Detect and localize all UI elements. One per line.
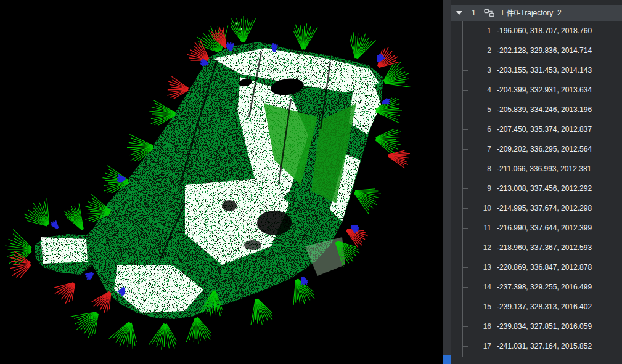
tree-tick [462,129,468,130]
expand-caret-icon[interactable] [456,11,462,15]
panel-splitter[interactable] [443,0,451,364]
tree-tick [462,90,468,91]
point-index: 1 [469,26,491,35]
point-index: 3 [469,66,491,75]
point-coordinates: -216.990, 337.644, 2012.399 [497,224,592,232]
point-coordinates: -211.066, 336.993, 2012.381 [497,164,591,173]
trajectory-point-row[interactable]: 16 -239.834, 327.851, 2016.059 [451,317,622,336]
point-coordinates: -205.839, 334.246, 2013.196 [497,105,592,114]
tree-tick [462,110,468,110]
tree-tick [462,188,468,189]
trajectory-point-row[interactable]: 17 -241.031, 327.164, 2015.852 [451,336,622,356]
point-index: 11 [469,224,491,232]
point-coordinates: -214.995, 337.674, 2012.298 [497,204,592,212]
tree-tick [462,70,468,71]
tree-tick [462,31,468,31]
point-coordinates: -239.137, 328.313, 2016.402 [497,302,592,311]
node-id: 1 [472,9,476,17]
tree-tick [462,149,468,150]
tree-tick [462,208,468,209]
splitter-accent [443,355,451,364]
tree-tick [462,267,468,268]
trajectory-node-header[interactable]: 1 工件0-Trajectory_2 [451,5,622,21]
trajectory-point-row[interactable]: 10 -214.995, 337.674, 2012.298 [451,198,622,218]
trajectory-point-row[interactable]: 12 -218.960, 337.367, 2012.593 [451,238,622,257]
viewport-3d[interactable] [0,0,443,364]
trajectory-point-row[interactable]: 5 -205.839, 334.246, 2013.196 [451,100,622,119]
node-label: 工件0-Trajectory_2 [499,8,562,18]
point-index: 17 [469,342,491,350]
trajectory-point-row[interactable]: 8 -211.066, 336.993, 2012.381 [451,159,622,179]
point-index: 10 [469,204,491,212]
point-coordinates: -213.008, 337.456, 2012.292 [497,184,592,193]
trajectory-point-row[interactable]: 13 -220.869, 336.847, 2012.878 [451,257,622,277]
tree-tick [462,248,468,248]
tree-tick [462,228,468,229]
trajectory-point-row[interactable]: 1 -196.060, 318.707, 2018.760 [451,21,622,41]
trajectory-point-row[interactable]: 7 -209.202, 336.295, 2012.564 [451,139,622,159]
tree-tick [462,326,468,327]
trajectory-point-row[interactable]: 3 -203.155, 331.453, 2014.143 [451,60,622,80]
trajectory-panel: 1 工件0-Trajectory_2 1 -196.060, 318.707, … [451,0,622,364]
trajectory-point-row[interactable]: 4 -204.399, 332.931, 2013.634 [451,80,622,100]
point-index: 16 [469,322,491,331]
point-coordinates: -209.202, 336.295, 2012.564 [497,145,592,153]
trajectory-point-row[interactable]: 6 -207.450, 335.374, 2012.837 [451,119,622,139]
point-cloud-canvas[interactable] [0,0,443,364]
point-index: 14 [469,283,491,291]
point-index: 4 [469,86,491,94]
point-coordinates: -204.399, 332.931, 2013.634 [497,86,592,94]
point-coordinates: -218.960, 337.367, 2012.593 [497,243,592,252]
tree-tick [462,307,468,307]
point-coordinates: -196.060, 318.707, 2018.760 [497,26,592,35]
tree-tick [462,169,468,169]
trajectory-point-row[interactable]: 14 -237.398, 329.255, 2016.499 [451,277,622,297]
point-index: 12 [469,243,491,252]
point-index: 9 [469,184,491,193]
point-coordinates: -239.834, 327.851, 2016.059 [497,322,592,331]
tree-tick [462,346,468,347]
point-index: 5 [469,105,491,114]
point-index: 7 [469,145,491,153]
trajectory-point-list: 1 -196.060, 318.707, 2018.760 2 -202.128… [451,21,622,364]
point-index: 8 [469,164,491,173]
tree-tick [462,51,468,51]
trajectory-point-row[interactable]: 9 -213.008, 337.456, 2012.292 [451,179,622,198]
trajectory-point-row[interactable]: 2 -202.128, 329.836, 2014.714 [451,41,622,60]
point-coordinates: -241.031, 327.164, 2015.852 [497,342,592,350]
point-index: 2 [469,46,491,55]
point-index: 13 [469,263,491,272]
trajectory-point-row[interactable]: 15 -239.137, 328.313, 2016.402 [451,297,622,317]
point-coordinates: -207.450, 335.374, 2012.837 [497,125,592,134]
point-coordinates: -237.398, 329.255, 2016.499 [497,283,592,291]
point-coordinates: -202.128, 329.836, 2014.714 [497,46,592,55]
point-coordinates: -220.869, 336.847, 2012.878 [497,263,592,272]
point-coordinates: -203.155, 331.453, 2014.143 [497,66,592,75]
point-index: 15 [469,302,491,311]
tree-tick [462,287,468,288]
point-index: 6 [469,125,491,134]
trajectory-point-row[interactable]: 11 -216.990, 337.644, 2012.399 [451,218,622,238]
trajectory-icon [484,9,494,17]
